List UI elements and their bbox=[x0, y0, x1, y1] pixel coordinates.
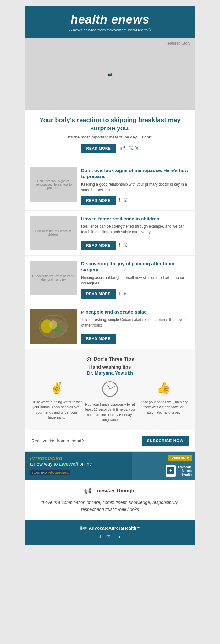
article-actions-salad: READ MORE bbox=[81, 334, 190, 344]
article-content-salad: Pineapple and avocado salad This refresh… bbox=[81, 309, 190, 344]
featured-twitter-icon[interactable]: 𝕏 𝕏 bbox=[129, 145, 139, 151]
docs-tips-header: ⊙ Doc's Three Tips bbox=[31, 355, 189, 363]
featured-headline: Your body's reaction to skipping breakfa… bbox=[35, 116, 185, 132]
footer-logo: ✚⇄ AdvocateAuroraHealth™ bbox=[31, 526, 189, 531]
featured-image-placeholder: 📷 bbox=[25, 38, 195, 110]
tuesday-thought-section: 📢 Tuesday Thought "Love is a combination… bbox=[25, 480, 195, 520]
tip-item-2: Rub your hands vigorously for at least 2… bbox=[85, 381, 135, 423]
docs-tips-subtitle: Hand washing tips bbox=[31, 364, 189, 370]
article-desc-menopause: Keeping a good relationship with your pr… bbox=[81, 181, 190, 193]
email-container: health enews A news service from Advocat… bbox=[25, 6, 195, 545]
article-title-menopause: Don't overlook signs of menopause. Here'… bbox=[81, 167, 190, 180]
featured-facebook-icon[interactable]:  f bbox=[120, 146, 125, 151]
advocate-logo-text: AdvocateAuroraHealth bbox=[178, 465, 192, 477]
tuesday-title: Tuesday Thought bbox=[94, 488, 136, 494]
stethoscope-icon: ⊙ bbox=[86, 355, 91, 363]
tip-3-icon: 👍 bbox=[157, 381, 171, 394]
article-content-menopause: Don't overlook signs of menopause. Here'… bbox=[81, 167, 190, 205]
tip-item-3: 👍 Rinse your hands well, then dry them w… bbox=[138, 381, 189, 423]
megaphone-icon: 📢 bbox=[84, 487, 92, 495]
formerly-badge: FORMERLY AdvocateAurora bbox=[30, 470, 70, 475]
article-thumbnail-menopause: Don't overlook signs of menopause. Here'… bbox=[30, 167, 77, 202]
header: health enews A news service from Advocat… bbox=[25, 6, 195, 38]
twitter-icon-painting[interactable]: 𝕏 bbox=[123, 291, 127, 297]
article-title-painting: Discovering the joy of painting after br… bbox=[81, 261, 190, 273]
tip-1-icon: ✌️ bbox=[50, 381, 64, 394]
tuesday-quote: "Love is a combination of care, commitme… bbox=[38, 499, 182, 513]
livewell-learn-more-button[interactable]: Learn more bbox=[168, 455, 192, 461]
advocate-logo-icon: + bbox=[166, 465, 176, 477]
featured-story-label: Featured Story bbox=[166, 41, 190, 46]
livewell-right: Learn more + AdvocateAuroraHealth bbox=[132, 452, 195, 480]
featured-story: Your body's reaction to skipping breakfa… bbox=[25, 110, 195, 162]
livewell-introducing: INTRODUCING bbox=[30, 456, 127, 461]
subscribe-text: Receive this from a friend? bbox=[31, 438, 84, 443]
article-row: Discovering the joy of painting after br… bbox=[25, 256, 195, 304]
tip-2-text: Rub your hands vigorously for at least 2… bbox=[85, 402, 135, 423]
footer-social: f 𝕏 in bbox=[31, 534, 189, 539]
featured-read-more-button[interactable]: READ MORE bbox=[81, 144, 116, 153]
advocate-logo-svg: + bbox=[167, 467, 174, 474]
clock-hand-minute bbox=[110, 386, 115, 389]
livewell-line1: a new way to bbox=[30, 461, 58, 467]
livewell-formerly: FORMERLY AdvocateAurora bbox=[30, 469, 127, 475]
docs-tips-doctor: Dr. Maryana Yevtukh bbox=[31, 370, 189, 376]
twitter-icon-resilience[interactable]: 𝕏 bbox=[123, 242, 127, 248]
featured-subtext: It's the most important meal of the day…… bbox=[35, 135, 185, 139]
tips-row: ✌️ UUse warm running water to wet your h… bbox=[31, 381, 189, 423]
footer-linkedin-icon[interactable]: in bbox=[116, 534, 120, 539]
featured-image: 📷 Featured Story bbox=[25, 38, 195, 110]
article-desc-salad: This refreshing, simple Cuban salad reci… bbox=[81, 317, 190, 331]
footer: ✚⇄ AdvocateAuroraHealth™ f 𝕏 in bbox=[25, 520, 195, 545]
site-subtitle: A news service from AdvocateAuroraHealth… bbox=[31, 28, 189, 32]
article-actions-resilience: READ MORE f 𝕏 bbox=[81, 241, 190, 250]
tuesday-header: 📢 Tuesday Thought bbox=[38, 487, 182, 495]
read-more-salad-button[interactable]: READ MORE bbox=[81, 334, 116, 344]
facebook-icon-resilience[interactable]: f bbox=[119, 243, 120, 248]
thumb-placeholder-menopause: Don't overlook signs of menopause. Here'… bbox=[30, 178, 77, 191]
livewell-banner: INTRODUCING a new way to LiveWell online… bbox=[25, 452, 195, 480]
tip-3-text: Rinse your hands well, then dry them wit… bbox=[138, 399, 189, 415]
footer-plus-icon: ✚⇄ bbox=[79, 526, 87, 531]
tip-1-text: UUse warm running water to wet your hand… bbox=[31, 399, 82, 420]
article-thumbnail-painting: Discovering the joy of painting after br… bbox=[30, 261, 77, 295]
subscribe-bar: Receive this from a friend? SUBSCRIBE NO… bbox=[25, 430, 195, 452]
docs-tips-title: Doc's Three Tips bbox=[94, 356, 134, 362]
footer-facebook-icon[interactable]: f bbox=[100, 534, 101, 539]
subscribe-button[interactable]: SUBSCRIBE NOW bbox=[142, 436, 189, 446]
article-thumbnail-salad bbox=[30, 309, 77, 344]
article-thumbnail-resilience: How to foster resilience in children bbox=[30, 216, 77, 250]
livewell-line2: online bbox=[79, 461, 92, 467]
livewell-main: a new way to LiveWell online bbox=[30, 461, 127, 467]
featured-image-icon: 📷 bbox=[108, 72, 113, 76]
footer-logo-text: AdvocateAuroraHealth™ bbox=[89, 526, 141, 531]
article-row: How to foster resilience in children How… bbox=[25, 211, 195, 256]
article-content-resilience: How to foster resilience in children Res… bbox=[81, 216, 190, 250]
thumb-placeholder-painting: Discovering the joy of painting after br… bbox=[30, 273, 77, 283]
salad-image-svg bbox=[30, 309, 77, 344]
article-content-painting: Discovering the joy of painting after br… bbox=[81, 261, 190, 299]
article-row: Pineapple and avocado salad This refresh… bbox=[25, 304, 195, 349]
article-row: Don't overlook signs of menopause. Here'… bbox=[25, 162, 195, 211]
article-actions-menopause: READ MORE f 𝕏 bbox=[81, 196, 190, 205]
thumb-placeholder-resilience: How to foster resilience in children bbox=[30, 228, 77, 238]
livewell-left: INTRODUCING a new way to LiveWell online… bbox=[25, 452, 132, 480]
site-title: health enews bbox=[31, 13, 189, 26]
docs-tips-section: ⊙ Doc's Three Tips Hand washing tips Dr.… bbox=[25, 349, 195, 430]
footer-twitter-icon[interactable]: 𝕏 bbox=[107, 534, 111, 539]
article-actions-painting: READ MORE f 𝕏 bbox=[81, 289, 190, 299]
read-more-menopause-button[interactable]: READ MORE bbox=[81, 196, 116, 205]
read-more-resilience-button[interactable]: READ MORE bbox=[81, 241, 116, 250]
livewell-brand: LiveWell bbox=[59, 461, 78, 467]
article-desc-painting: Nursing assistant taught herself new ski… bbox=[81, 275, 190, 286]
article-title-resilience: How to foster resilience in children bbox=[81, 216, 190, 222]
svg-text:+: + bbox=[169, 468, 172, 473]
read-more-painting-button[interactable]: READ MORE bbox=[81, 289, 116, 299]
twitter-icon-menopause[interactable]: 𝕏 bbox=[123, 198, 127, 203]
facebook-icon-painting[interactable]: f bbox=[119, 291, 120, 297]
advocate-logo: + AdvocateAuroraHealth bbox=[166, 465, 192, 477]
svg-point-4 bbox=[49, 320, 57, 329]
featured-actions: READ MORE  f 𝕏 𝕏 bbox=[35, 144, 185, 153]
clock-icon bbox=[102, 381, 118, 397]
facebook-icon-menopause[interactable]: f bbox=[119, 198, 120, 203]
